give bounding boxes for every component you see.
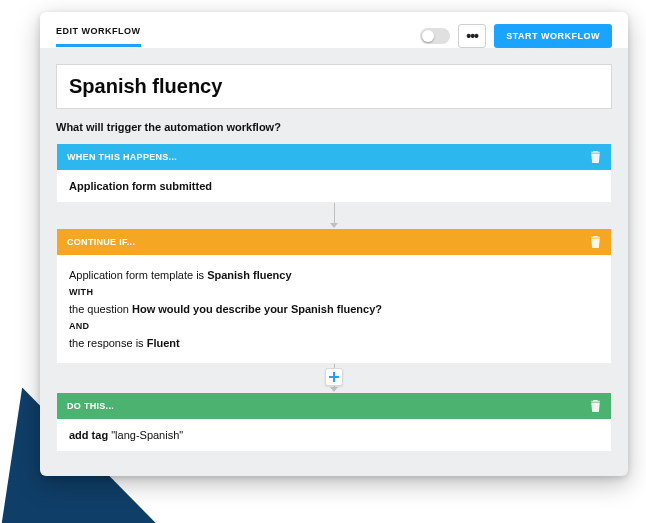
cond-and: AND <box>69 321 599 331</box>
connector-arrow <box>56 203 612 228</box>
connector-with-add <box>56 364 612 392</box>
trigger-text: Application form submitted <box>69 180 212 192</box>
condition-body[interactable]: Application form template is Spanish flu… <box>57 255 611 363</box>
action-value: "lang-Spanish" <box>111 429 183 441</box>
workflow-editor-panel: EDIT WORKFLOW ••• START WORKFLOW Spanish… <box>40 12 628 476</box>
cond-line2-value: How would you describe your Spanish flue… <box>132 303 382 315</box>
cond-line1-prefix: Application form template is <box>69 269 207 281</box>
action-block: DO THIS... add tag "lang-Spanish" <box>56 392 612 452</box>
trigger-body[interactable]: Application form submitted <box>57 170 611 202</box>
action-label: add tag <box>69 429 108 441</box>
tab-edit-workflow[interactable]: EDIT WORKFLOW <box>56 26 141 47</box>
cond-line1-value: Spanish fluency <box>207 269 291 281</box>
workflow-content: Spanish fluency What will trigger the au… <box>40 48 628 452</box>
condition-block: CONTINUE IF... Application form template… <box>56 228 612 364</box>
condition-header[interactable]: CONTINUE IF... <box>57 229 611 255</box>
start-workflow-button[interactable]: START WORKFLOW <box>494 24 612 48</box>
cond-with: WITH <box>69 287 599 297</box>
trigger-header[interactable]: WHEN THIS HAPPENS... <box>57 144 611 170</box>
trigger-header-label: WHEN THIS HAPPENS... <box>67 152 177 162</box>
more-menu-button[interactable]: ••• <box>458 24 486 48</box>
condition-header-label: CONTINUE IF... <box>67 237 135 247</box>
trash-icon[interactable] <box>590 151 601 163</box>
trigger-block: WHEN THIS HAPPENS... Application form su… <box>56 143 612 203</box>
action-header-label: DO THIS... <box>67 401 114 411</box>
trash-icon[interactable] <box>590 236 601 248</box>
top-bar: EDIT WORKFLOW ••• START WORKFLOW <box>40 12 628 48</box>
action-body[interactable]: add tag "lang-Spanish" <box>57 419 611 451</box>
toggle-knob <box>422 30 434 42</box>
cond-line2-prefix: the question <box>69 303 132 315</box>
plus-icon <box>329 372 339 382</box>
action-header[interactable]: DO THIS... <box>57 393 611 419</box>
trash-icon[interactable] <box>590 400 601 412</box>
add-step-button[interactable] <box>325 368 343 386</box>
trigger-prompt: What will trigger the automation workflo… <box>56 121 612 133</box>
enable-toggle[interactable] <box>420 28 450 44</box>
cond-line3-value: Fluent <box>147 337 180 349</box>
workflow-title-input[interactable]: Spanish fluency <box>56 64 612 109</box>
cond-line3-prefix: the response is <box>69 337 147 349</box>
